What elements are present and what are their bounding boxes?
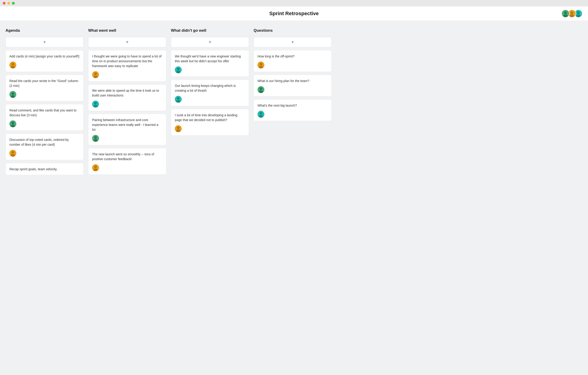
svg-point-22	[94, 72, 97, 75]
avatar-w3	[92, 135, 99, 142]
avatar-a2	[10, 91, 16, 98]
svg-point-25	[94, 102, 97, 105]
svg-point-43	[260, 63, 262, 65]
card-text-q3: What's the next big launch?	[257, 103, 328, 108]
card-text-a4: Discussion of top-voted cards, ordered b…	[10, 137, 80, 147]
avatar-d1	[175, 66, 182, 73]
card-text-q1: How long is the off-sprint?	[257, 54, 328, 59]
column-header-agenda: Agenda	[6, 28, 84, 33]
column-didnt-go-well: What didn't go well + We thought we'd ha…	[171, 28, 249, 175]
card-a4: Discussion of top-voted cards, ordered b…	[6, 133, 84, 160]
svg-point-10	[11, 63, 14, 65]
traffic-light-red[interactable]	[3, 2, 6, 5]
card-text-d3: I sunk a lot of time into developing a l…	[175, 113, 245, 122]
card-a2: Read the cards your wrote in the "Good" …	[6, 75, 84, 101]
card-text-w1: I thought we were going to have to spend…	[92, 54, 162, 68]
card-q2: What is our hiring plan for the team?	[253, 75, 332, 96]
svg-point-37	[177, 97, 180, 100]
card-text-a2: Read the cards your wrote in the "Good" …	[10, 79, 80, 88]
add-card-questions[interactable]: +	[253, 37, 332, 47]
card-w2: We were able to speed up the time it too…	[88, 84, 166, 111]
card-d2: Our launch timing keeps changing which i…	[171, 79, 249, 106]
card-text-w4: The new launch went so smoothly -- tons …	[92, 152, 162, 161]
card-d1: We thought we'd have a new engineer star…	[171, 50, 249, 77]
column-header-questions: Questions	[253, 28, 332, 33]
card-w3: Pairing between infrastructure and core …	[88, 114, 166, 145]
card-text-q2: What is our hiring plan for the team?	[257, 79, 328, 83]
svg-point-46	[260, 87, 262, 90]
traffic-light-yellow[interactable]	[7, 2, 10, 5]
card-text-a5: Recap sprint goals, team velocity,	[10, 167, 80, 172]
column-header-didnt-go-well: What didn't go well	[171, 28, 249, 33]
page-title: Sprint Retrospective	[269, 11, 319, 17]
avatar-w4	[92, 164, 99, 171]
svg-point-49	[260, 112, 262, 115]
card-a3: Read comment, and like cards that you wa…	[6, 104, 84, 131]
svg-point-7	[577, 11, 580, 14]
avatar-q1	[257, 62, 264, 68]
avatar-d2	[175, 96, 182, 103]
avatar-1	[561, 10, 570, 18]
card-text-w2: We were able to speed up the time it too…	[92, 88, 162, 98]
card-q3: What's the next big launch?	[253, 99, 332, 121]
column-went-well: What went well + I thought we were going…	[88, 28, 166, 175]
traffic-light-green[interactable]	[12, 2, 15, 5]
avatar-w2	[92, 101, 99, 107]
svg-point-34	[177, 68, 180, 70]
column-header-went-well: What went well	[88, 28, 166, 33]
header: Sprint Retrospective	[0, 6, 588, 21]
column-questions: Questions + How long is the off-sprint? …	[253, 28, 332, 175]
title-bar	[0, 0, 588, 6]
avatar-w1	[92, 71, 99, 78]
add-card-didnt-go-well[interactable]: +	[171, 37, 249, 47]
add-card-agenda[interactable]: +	[6, 37, 84, 47]
svg-point-31	[94, 165, 97, 168]
svg-point-1	[564, 11, 567, 14]
card-w4: The new launch went so smoothly -- tons …	[88, 148, 166, 175]
svg-point-13	[11, 92, 14, 95]
card-a1: Add cards (4 min) [assign your cards to …	[6, 50, 84, 72]
avatar-a1	[10, 62, 16, 68]
card-w1: I thought we were going to have to spend…	[88, 50, 166, 82]
add-card-went-well[interactable]: +	[88, 37, 166, 47]
avatar-d3	[175, 125, 182, 132]
svg-point-28	[94, 136, 97, 139]
card-text-a3: Read comment, and like cards that you wa…	[10, 108, 80, 118]
avatar-a4	[10, 150, 16, 157]
svg-point-19	[11, 151, 14, 154]
card-text-a1: Add cards (4 min) [assign your cards to …	[10, 54, 80, 59]
card-text-d1: We thought we'd have a new engineer star…	[175, 54, 245, 64]
header-avatars	[561, 10, 582, 18]
avatar-a3	[10, 120, 16, 127]
avatar-q3	[257, 111, 264, 118]
card-a5: Recap sprint goals, team velocity,	[6, 163, 84, 175]
svg-point-4	[571, 11, 573, 14]
column-agenda: Agenda + Add cards (4 min) [assign your …	[6, 28, 84, 175]
svg-point-40	[177, 126, 180, 129]
card-text-d2: Our launch timing keeps changing which i…	[175, 83, 245, 93]
main-content: Agenda + Add cards (4 min) [assign your …	[0, 21, 588, 181]
card-q1: How long is the off-sprint?	[253, 50, 332, 72]
svg-point-16	[11, 122, 14, 124]
avatar-q2	[257, 86, 264, 93]
card-text-w3: Pairing between infrastructure and core …	[92, 118, 162, 132]
card-d3: I sunk a lot of time into developing a l…	[171, 109, 249, 136]
